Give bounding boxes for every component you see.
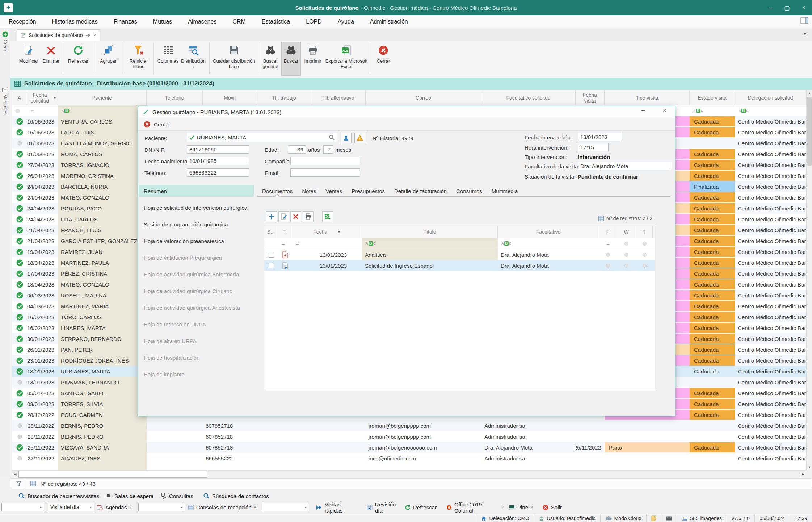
doc-column-header-4[interactable]: Facultativo — [498, 226, 599, 238]
dialog-sidebar-item-8[interactable]: Hoja de Ingreso en URPA — [139, 318, 254, 330]
consultas-link[interactable]: Consultas — [160, 490, 193, 502]
filter-cell-12[interactable]: ABC — [735, 105, 806, 116]
document-row[interactable]: 13/01/2023Solicitud de Ingreso EspañolDr… — [264, 260, 655, 271]
status-notes[interactable] — [646, 514, 661, 522]
column-header-1[interactable]: Fecha solicitud▼ — [27, 90, 58, 105]
combo4-combo[interactable]: ▾ — [262, 503, 309, 511]
document-row[interactable]: A13/01/2023AnalíticaDra. Alejandro Mota — [264, 249, 655, 260]
facultativo-visita-field[interactable]: Dra. Alejandro Mota — [578, 162, 672, 170]
vscroll-thumb[interactable] — [807, 97, 812, 166]
doc-column-header-6[interactable]: W — [617, 226, 636, 238]
dialog-sidebar-item-0[interactable]: Resumen — [139, 185, 254, 197]
dialog-tab-0[interactable]: Documentos — [257, 187, 297, 196]
patient-card-button[interactable] — [341, 133, 352, 143]
doc-checkbox[interactable] — [269, 263, 274, 268]
patient-alert-button[interactable] — [354, 133, 365, 143]
tab-list-chevron-icon[interactable]: ▾ — [804, 31, 806, 37]
dialog-tab-4[interactable]: Detalle de facturación — [390, 187, 451, 196]
doc-filter-cell-4[interactable]: ABC — [498, 238, 599, 249]
doc-filter-cell-1[interactable]: = — [278, 238, 292, 249]
doc-edit-button[interactable] — [278, 211, 289, 222]
menu-item-7[interactable]: LOPD — [306, 18, 322, 25]
edad-meses-field[interactable]: 7 — [323, 145, 333, 154]
column-header-8[interactable]: Facultativo solicitud — [481, 90, 576, 105]
doc-checkbox[interactable] — [269, 252, 274, 258]
filter-cell-11[interactable]: ABC — [690, 105, 735, 116]
menu-item-5[interactable]: CRM — [232, 18, 245, 25]
menu-item-9[interactable]: Administración — [370, 18, 408, 25]
dialog-sidebar-item-5[interactable]: Hoja de actividad quirúrgica Enfermería — [139, 268, 254, 280]
column-header-0[interactable]: A — [12, 90, 27, 105]
office-button[interactable]: Office 2019 Colorful˅ — [446, 503, 504, 512]
fecha-intervencion-field[interactable]: 13/01/2023 — [578, 133, 622, 141]
dialog-sidebar-item-10[interactable]: Hoja de hospitalización — [139, 352, 254, 363]
dialog-tab-2[interactable]: Ventas — [321, 187, 347, 196]
combo1-combo[interactable]: ▾ — [1, 503, 44, 511]
doc-column-header-3[interactable]: Título — [362, 226, 498, 238]
edad-anos-field[interactable]: 39 — [288, 145, 306, 154]
menu-item-4[interactable]: Almacenes — [188, 18, 216, 25]
menu-item-8[interactable]: Ayuda — [338, 18, 354, 25]
column-header-3[interactable]: Teléfono — [147, 90, 203, 105]
doc-filter-cell-0[interactable] — [264, 238, 278, 249]
create-plus-icon[interactable] — [2, 31, 8, 37]
buscar_general-button[interactable]: Buscar general — [260, 42, 281, 75]
dialog-sidebar-item-1[interactable]: Hoja de solicitud de intervención quirúr… — [139, 202, 254, 213]
scroll-up-icon[interactable]: ▲ — [807, 90, 812, 96]
column-header-7[interactable]: Correo — [366, 90, 481, 105]
doc-column-header-2[interactable]: Fecha▼ — [292, 226, 362, 238]
menu-item-3[interactable]: Mutuas — [153, 18, 172, 25]
grid-row[interactable]: 28/11/2022BERNIS, PEDRO607852718jroman@b… — [12, 431, 806, 442]
maximize-button[interactable]: ▢ — [784, 4, 790, 11]
dialog-tab-6[interactable]: Multimedia — [487, 187, 523, 196]
column-header-4[interactable]: Móvil — [203, 90, 257, 105]
messages-icon[interactable] — [2, 88, 8, 92]
doc-excel-button[interactable] — [322, 211, 333, 222]
agrupar-button[interactable]: Agrupar — [96, 42, 120, 75]
dni-field[interactable]: 39171606F — [187, 145, 249, 154]
menu-item-6[interactable]: Estadística — [262, 18, 290, 25]
layout-icon[interactable] — [800, 17, 808, 25]
doc-filter-cell-7[interactable] — [636, 238, 653, 249]
doc-filter-cell-6[interactable] — [617, 238, 636, 249]
create-tab[interactable]: Crear... — [3, 39, 8, 55]
dialog-sidebar-item-2[interactable]: Sesión de programación quirúrgica — [139, 218, 254, 230]
scroll-down-icon[interactable]: ▼ — [807, 464, 812, 470]
dialog-close-button[interactable]: × — [663, 107, 666, 114]
horizontal-scrollbar[interactable]: ◀ ▶ — [12, 470, 806, 478]
eliminar-button[interactable]: Eliminar — [41, 42, 61, 75]
dialog-sidebar-item-9[interactable]: Hoja de alta en URPA — [139, 335, 254, 347]
column-header-9[interactable]: Fecha visita — [576, 90, 605, 105]
salir-button[interactable]: Salir — [543, 503, 564, 512]
filter-funnel-icon[interactable] — [16, 481, 21, 486]
minimize-button[interactable]: – — [769, 4, 772, 11]
telefono-field[interactable]: 666333222 — [187, 168, 249, 177]
buscador-pacientes-link[interactable]: Buscador de pacientes/visitas — [19, 490, 99, 502]
guardar-button[interactable]: Guardar distribución base — [212, 42, 256, 75]
cerrar-button[interactable]: Cerrar — [373, 42, 394, 75]
consolas-button[interactable]: Consolas de recepción˅ — [188, 503, 260, 512]
column-header-2[interactable]: Paciente — [58, 90, 147, 105]
dialog-sidebar-item-3[interactable]: Hoja de valoración preanestésica — [139, 235, 254, 247]
reiniciar-button[interactable]: Reiniciar filtros — [127, 42, 151, 75]
doc-column-header-0[interactable]: S... — [264, 226, 278, 238]
tab-solicitudes-quirofano[interactable]: Solicitudes de quirófano × — [17, 29, 100, 41]
dialog-sidebar-item-11[interactable]: Hoja de implante — [139, 368, 254, 380]
column-header-12[interactable]: Delegación solicitud — [735, 90, 806, 105]
tab-close-icon[interactable]: × — [93, 32, 96, 38]
dialog-sidebar-item-6[interactable]: Hoja de actividad quirúrgica Cirujano — [139, 285, 254, 297]
doc-filter-cell-3[interactable]: ABC — [362, 238, 498, 249]
column-header-6[interactable]: Tlf. alternativo — [311, 90, 366, 105]
filter-cell-0[interactable] — [12, 105, 27, 116]
doc-column-header-5[interactable]: F — [599, 226, 617, 238]
pin-icon[interactable] — [85, 33, 90, 37]
dialog-close-action[interactable]: Cerrar — [138, 118, 675, 131]
vertical-scrollbar[interactable]: ▲ ▼ — [806, 90, 812, 470]
dialog-tab-3[interactable]: Presupuestos — [347, 187, 390, 196]
busqueda-contactos-link[interactable]: Búsqueda de contactos — [203, 490, 269, 502]
grid-row[interactable]: 25/11/2022VIZCAYA, SANDRA607852718jroman… — [12, 442, 806, 453]
doc-filter-cell-2[interactable]: = — [292, 238, 362, 249]
doc-column-header-1[interactable]: T — [278, 226, 292, 238]
agendas-button[interactable]: Agendas˅ — [97, 503, 136, 512]
doc-column-header-7[interactable]: T — [636, 226, 653, 238]
